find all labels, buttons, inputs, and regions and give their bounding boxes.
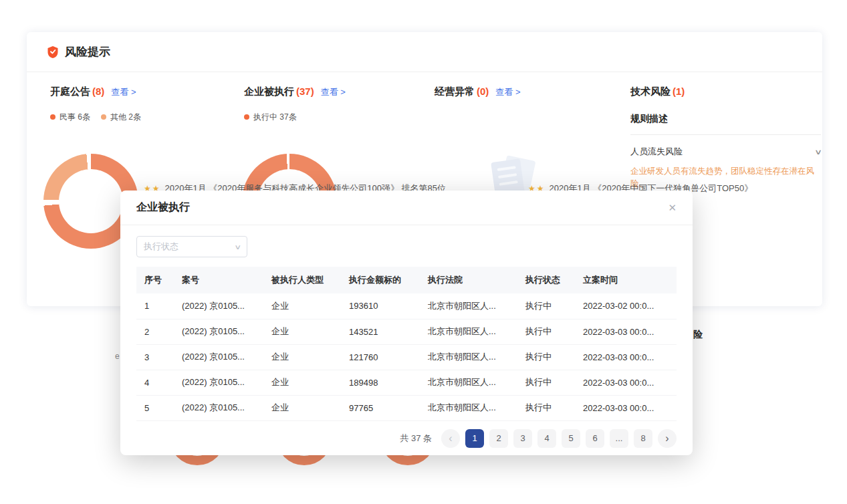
legend-item: 执行中 37条 [244, 112, 297, 123]
enforcement-table: 序号案号被执行人类型执行金额标的执行法院执行状态立案时间 1(2022) 京01… [136, 267, 677, 421]
column-header: 执行金额标的 [341, 267, 420, 293]
shield-icon [47, 45, 59, 59]
risk-column-enforcement: 企业被执行 (37) 查看 > 执行中 37条 [244, 86, 431, 123]
table-cell: (2022) 京0105... [174, 344, 263, 370]
column-header: 序号 [136, 267, 174, 293]
table-cell: (2022) 京0105... [174, 319, 263, 344]
table-cell: (2022) 京0105... [174, 293, 263, 319]
close-icon[interactable]: ✕ [668, 203, 677, 213]
table-cell: 北京市朝阳区人... [420, 293, 517, 319]
table-cell: 企业 [263, 370, 341, 395]
legend: 民事 6条其他 2条 [50, 110, 237, 123]
table-cell: 189498 [341, 370, 420, 395]
table-cell: 2022-03-03 00:0... [575, 344, 677, 370]
chevron-down-icon: ∨ [234, 243, 241, 251]
table-cell: 3 [136, 344, 174, 370]
pagination-next-button[interactable]: › [658, 429, 677, 448]
select-placeholder: 执行状态 [144, 241, 178, 253]
column-label: 企业被执行 [244, 86, 294, 98]
view-link[interactable]: 查看 > [321, 86, 346, 98]
text-fragment: e [115, 352, 120, 361]
column-label: 技术风险 [630, 86, 671, 98]
pagination: 共 37 条 ‹ 123456...8› [136, 429, 677, 448]
table-cell: 121760 [341, 344, 420, 370]
table-cell: (2022) 京0105... [174, 395, 263, 420]
table-cell: 2022-03-03 00:0... [575, 395, 677, 420]
enforcement-status-select[interactable]: 执行状态 ∨ [136, 236, 247, 257]
table-cell: 执行中 [517, 293, 575, 319]
view-link[interactable]: 查看 > [495, 86, 520, 98]
table-cell: 执行中 [517, 370, 575, 395]
table-cell: 企业 [263, 293, 341, 319]
risk-column-tech-risk: 技术风险 (1) 规则描述 人员流失风险 ∨ 企业研发人员有流失趋势，团队稳定性… [630, 86, 821, 191]
table-cell: 企业 [263, 344, 341, 370]
modal-body: 执行状态 ∨ 序号案号被执行人类型执行金额标的执行法院执行状态立案时间 1(20… [120, 225, 693, 448]
column-header: 立案时间 [575, 267, 677, 293]
legend-item: 其他 2条 [101, 112, 141, 123]
table-cell: 企业 [263, 395, 341, 420]
table-cell: 143521 [341, 319, 420, 344]
table-cell: 2022-03-03 00:0... [575, 370, 677, 395]
view-link[interactable]: 查看 > [111, 86, 136, 98]
risk-column-court-announcements: 开庭公告 (8) 查看 > 民事 6条其他 2条 [50, 86, 237, 123]
table-row: 4(2022) 京0105...企业189498北京市朝阳区人...执行中202… [136, 370, 677, 395]
table-cell: 2022-03-03 00:0... [575, 319, 677, 344]
legend-item: 民事 6条 [50, 112, 90, 123]
column-count: (37) [296, 86, 314, 97]
modal-company-enforcement: 企业被执行 ✕ 执行状态 ∨ 序号案号被执行人类型执行金额标的执行法院执行状态立… [120, 191, 693, 455]
table-row: 3(2022) 京0105...企业121760北京市朝阳区人...执行中202… [136, 344, 677, 370]
column-header: 执行法院 [420, 267, 517, 293]
pagination-page-6[interactable]: 6 [586, 429, 604, 448]
table-cell: 193610 [341, 293, 420, 319]
table-row: 2(2022) 京0105...企业143521北京市朝阳区人...执行中202… [136, 319, 677, 344]
pagination-total: 共 37 条 [400, 432, 432, 445]
table-cell: 北京市朝阳区人... [420, 370, 517, 395]
legend-dot-icon [50, 114, 55, 120]
table-row: 1(2022) 京0105...企业193610北京市朝阳区人...执行中202… [136, 293, 677, 319]
chevron-down-icon[interactable]: ∨ [814, 148, 822, 156]
pagination-page-1[interactable]: 1 [465, 429, 484, 448]
rule-description-title: 规则描述 [630, 113, 821, 125]
table-cell: 北京市朝阳区人... [420, 319, 517, 344]
table-cell: 2 [136, 319, 174, 344]
column-header: 案号 [174, 267, 263, 293]
table-cell: 4 [136, 370, 174, 395]
column-label: 开庭公告 [50, 86, 90, 98]
text-fragment: 险 [693, 329, 703, 341]
table-cell: 北京市朝阳区人... [420, 344, 517, 370]
pagination-page-3[interactable]: 3 [513, 429, 532, 448]
divider [630, 134, 821, 135]
column-count: (8) [92, 86, 104, 97]
pagination-page-5[interactable]: 5 [562, 429, 580, 448]
pagination-page-8[interactable]: 8 [634, 429, 652, 448]
table-cell: 企业 [263, 319, 341, 344]
table-row: 5(2022) 京0105...企业97765北京市朝阳区人...执行中2022… [136, 395, 677, 420]
table-header-row: 序号案号被执行人类型执行金额标的执行法院执行状态立案时间 [136, 267, 677, 293]
column-header: 执行状态 [517, 267, 575, 293]
legend-label: 民事 6条 [59, 112, 90, 123]
legend-label: 其他 2条 [110, 112, 141, 123]
table-cell: 5 [136, 395, 174, 420]
risk-column-abnormal-operation: 经营异常 (0) 查看 > [435, 86, 622, 98]
modal-header: 企业被执行 ✕ [120, 191, 693, 225]
table-cell: 97765 [341, 395, 420, 420]
table-cell: 执行中 [517, 344, 575, 370]
table-cell: 执行中 [517, 319, 575, 344]
table-cell: 执行中 [517, 395, 575, 420]
column-count: (1) [673, 86, 685, 97]
legend: 执行中 37条 [244, 110, 431, 123]
pagination-prev-button[interactable]: ‹ [441, 429, 460, 448]
risk-rule-item[interactable]: 人员流失风险 ∨ [630, 146, 821, 158]
pagination-page-2[interactable]: 2 [489, 429, 508, 448]
modal-title: 企业被执行 [136, 201, 190, 215]
legend-dot-icon [244, 114, 249, 120]
table-cell: 2022-03-02 00:0... [575, 293, 677, 319]
table-cell: 北京市朝阳区人... [420, 395, 517, 420]
pagination-page-4[interactable]: 4 [537, 429, 556, 448]
legend-label: 执行中 37条 [253, 112, 297, 123]
column-header: 被执行人类型 [263, 267, 341, 293]
risk-rule-label: 人员流失风险 [630, 146, 683, 158]
column-count: (0) [477, 86, 489, 97]
table-cell: 1 [136, 293, 174, 319]
pagination-ellipsis[interactable]: ... [610, 429, 628, 448]
